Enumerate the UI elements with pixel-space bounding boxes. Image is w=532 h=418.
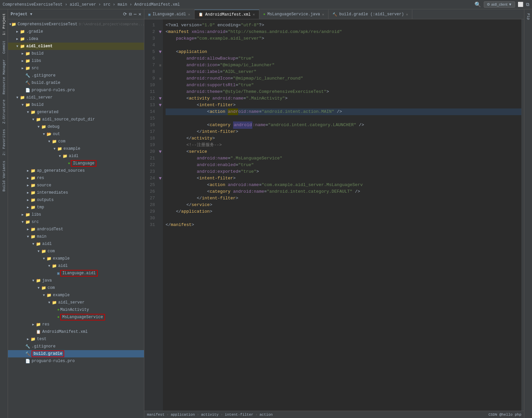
tree-item-aidl-pkg2[interactable]: ▼ 📁 aidl: [8, 262, 144, 270]
tree-item-com2[interactable]: ▼ 📁 com: [8, 248, 144, 255]
folder-icon-tmp: 📁: [31, 205, 36, 210]
code-line-23: android:exported="true">: [166, 168, 521, 175]
tab-ilanguage-aidl[interactable]: ▣ ILanguage.aidl ✕: [144, 10, 195, 19]
folder-icon-res2: 📁: [36, 322, 41, 327]
gradle-icon-server: 🔨: [25, 351, 30, 356]
code-area[interactable]: <?xml version="1.0" encoding="utf-8"?> <…: [163, 19, 521, 411]
sidebar-tab-favorites[interactable]: 2: Favorites: [1, 126, 7, 158]
tree-item-root[interactable]: ▼ 📁 ComprehensiveExerciseTest D:\Android…: [8, 21, 144, 28]
gutter-5[interactable]: ▼: [158, 49, 163, 55]
line-num-14: 14: [144, 108, 158, 115]
tree-item-mslanguageservice[interactable]: ▶ ● MsLanguageService: [8, 314, 144, 321]
tab-icon-gradle: 🔨: [332, 12, 337, 17]
split-icon[interactable]: ⧉: [526, 2, 529, 7]
tree-label-res2: res: [42, 322, 50, 327]
close-tab-ilanguage[interactable]: ✕: [188, 12, 190, 17]
gutter-13[interactable]: ▼: [158, 102, 163, 108]
tab-buildgradle[interactable]: 🔨 build.gradle (:aidl_server) ✕: [329, 10, 412, 19]
tab-androidmanifest[interactable]: 📋 AndroidManifest.xml ✕: [195, 10, 259, 19]
tree-item-client-gitignore[interactable]: ▶ 🔧 .gitignore: [8, 72, 144, 79]
tree-item-aidl-src[interactable]: ▼ 📁 aidl: [8, 240, 144, 248]
close-tab-mslanguageservice[interactable]: ✕: [322, 12, 325, 17]
tree-item-java[interactable]: ▼ 📁 java: [8, 277, 144, 284]
tree-item-idea[interactable]: ▶ 📁 .idea: [8, 35, 144, 43]
code-line-29: </application>: [166, 208, 521, 215]
tree-item-com3[interactable]: ▼ 📁 com: [8, 284, 144, 292]
tree-item-client-buildgradle[interactable]: ▶ 🔨 build.gradle: [8, 79, 144, 87]
close-panel-icon[interactable]: ✕: [139, 11, 141, 17]
tree-item-outputs[interactable]: ▶ 📁 outputs: [8, 196, 144, 204]
breadcrumb-intent-filter: intent-filter: [225, 413, 253, 417]
gutter-2[interactable]: ▼: [158, 29, 163, 35]
tree-item-res1[interactable]: ▶ 📁 res: [8, 174, 144, 182]
scrollbar[interactable]: [521, 19, 524, 411]
tree-item-example1[interactable]: ▼ 📁 example: [8, 145, 144, 152]
tree-item-main[interactable]: ▼ 📁 main: [8, 233, 144, 240]
tree-item-mainactivity[interactable]: ▶ ● MainActivity: [8, 306, 144, 314]
tree-item-aidl-server[interactable]: ▼ 📁 aidl_server: [8, 94, 144, 101]
panel-dropdown-icon[interactable]: ▼: [30, 12, 32, 16]
tree-item-ilanguage-generated[interactable]: ▶ ● ILanguage: [8, 160, 144, 167]
gutter-24[interactable]: ▼: [158, 175, 163, 182]
folder-icon-aidl-client: 📁: [20, 44, 25, 49]
tree-item-ilanguage-aidl[interactable]: ▶ ▣ ILanguage.aidl: [8, 270, 144, 277]
gutter-20[interactable]: ▼: [158, 148, 163, 155]
tree-item-client-src[interactable]: ▶ 📁 src: [8, 65, 144, 72]
sidebar-tab-commit[interactable]: Commit: [1, 38, 7, 57]
line-num-8: 8: [144, 69, 158, 75]
tree-item-debug[interactable]: ▼ 📁 debug: [8, 123, 144, 130]
tree-item-client-libs[interactable]: ▶ 📁 libs: [8, 57, 144, 65]
tree-item-test[interactable]: ▶ 📁 test: [8, 335, 144, 343]
close-tab-buildgradle[interactable]: ✕: [406, 12, 408, 17]
tree-item-generated[interactable]: ▼ 📁 generated: [8, 108, 144, 116]
gutter-12[interactable]: ▼: [158, 95, 163, 102]
code-line-5: <application: [166, 49, 521, 55]
tree-item-server-proguard[interactable]: ▶ 📄 proguard-rules.pro: [8, 357, 144, 365]
sidebar-tab-structure[interactable]: Z-Structure: [1, 97, 7, 126]
pip-icon[interactable]: ⬜: [518, 2, 523, 7]
sidebar-tab-resource[interactable]: Resource Manager: [1, 57, 7, 97]
tree-item-androidmanifest[interactable]: ▶ 📋 AndroidManifest.xml: [8, 328, 144, 335]
ilanguage-annotation-box: ILanguage: [71, 160, 96, 167]
tree-item-example2[interactable]: ▼ 📁 example: [8, 255, 144, 262]
collapse-icon[interactable]: ⊟: [129, 11, 132, 17]
tree-item-tmp[interactable]: ▶ 📁 tmp: [8, 204, 144, 211]
tree-item-server-buildgradle[interactable]: ▶ 🔨 build.gradle: [8, 350, 144, 357]
sidebar-tab-build[interactable]: Build Variants: [1, 158, 7, 194]
l18-close: </: [186, 135, 192, 142]
tree-item-res2[interactable]: ▶ 📁 res: [8, 321, 144, 328]
branch-selector[interactable]: ⚙ aidl_client ▼: [484, 1, 515, 8]
tree-item-ap-generated[interactable]: ▶ 📁 ap_generated_sources: [8, 167, 144, 174]
tree-item-aidl-source[interactable]: ▼ 📁 aidl_source_output_dir: [8, 116, 144, 123]
tree-item-androidtest[interactable]: ▶ 📁 androidTest: [8, 226, 144, 233]
tree-item-source[interactable]: ▶ 📁 source: [8, 182, 144, 189]
tree-item-client-proguard[interactable]: ▶ 📄 proguard-rules.pro: [8, 87, 144, 94]
l17-indent: [166, 128, 197, 135]
close-tab-androidmanifest[interactable]: ✕: [253, 12, 255, 17]
tree-item-client-build[interactable]: ▶ 📁 build: [8, 50, 144, 57]
code-punct: encoding=: [215, 22, 241, 29]
sync-icon[interactable]: ⟳: [123, 11, 127, 17]
tree-item-gradle-root[interactable]: ▶ 📁 .gradle: [8, 28, 144, 35]
tree-item-example3[interactable]: ▼ 📁 example: [8, 292, 144, 299]
tree-item-out[interactable]: ▼ 📂 out: [8, 130, 144, 138]
tree-item-intermediates[interactable]: ▶ 📁 intermediates: [8, 189, 144, 196]
folder-icon-server-libs: 📁: [25, 212, 30, 217]
sidebar-tab-project[interactable]: 1: Project: [1, 11, 7, 38]
settings-icon[interactable]: ⋯: [134, 11, 136, 17]
tree-item-server-libs[interactable]: ▶ 📁 libs: [8, 211, 144, 218]
folder-icon-idea: 📁: [20, 37, 25, 42]
search-icon[interactable]: 🔍: [474, 1, 481, 8]
tree-item-server-build[interactable]: ▼ 📁 build: [8, 101, 144, 108]
tree-item-aidl-client[interactable]: ▼ 📁 aidl_client: [8, 43, 144, 50]
tab-mslanguageservice[interactable]: ● MsLanguageService.java ✕: [259, 10, 329, 19]
tree-item-server-src[interactable]: ▼ 📁 src: [8, 218, 144, 226]
tree-item-aidl-pkg1[interactable]: ▼ 📁 aidl: [8, 152, 144, 160]
tree-item-aidl-server-pkg[interactable]: ▼ 📁 aidl_server: [8, 299, 144, 306]
right-tab-pip[interactable]: Pip: [525, 11, 531, 23]
tree-item-server-gitignore[interactable]: ▶ 🔧 .gitignore: [8, 343, 144, 350]
tree-item-com1[interactable]: ▼ 📁 com: [8, 138, 144, 145]
arrow-tmp: ▶: [25, 205, 31, 209]
l26-tag: category: [210, 188, 230, 195]
arrow-ap: ▶: [25, 169, 31, 173]
